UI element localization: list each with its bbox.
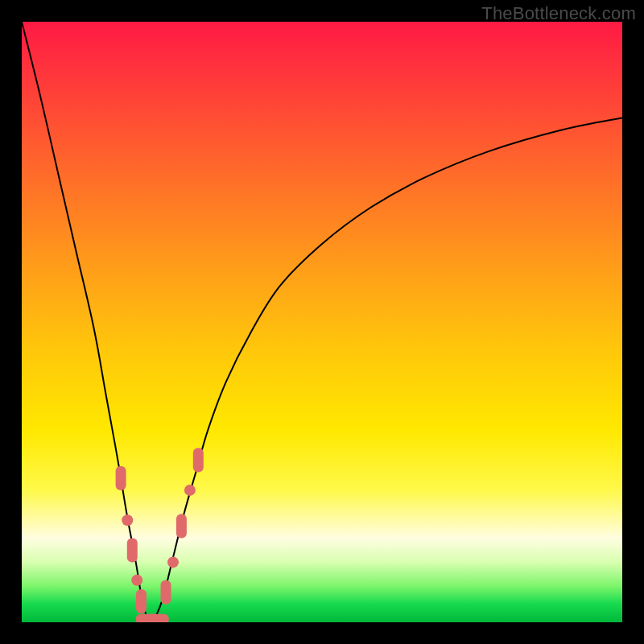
bottleneck-curve-line [22,22,622,622]
highlighted-point [193,448,204,473]
highlighted-point [167,556,179,568]
highlighted-point [122,514,133,526]
highlighted-point [145,614,169,622]
watermark-text: TheBottleneck.com [481,3,636,24]
highlighted-point [131,575,142,586]
highlighted-point [184,485,196,496]
highlighted-points-group [116,448,204,622]
highlighted-point [176,514,187,539]
bottleneck-chart [22,22,622,622]
highlighted-point [136,589,147,613]
highlighted-point [116,466,126,490]
highlighted-point [161,580,171,605]
highlighted-point [127,539,138,563]
chart-area [22,22,622,622]
